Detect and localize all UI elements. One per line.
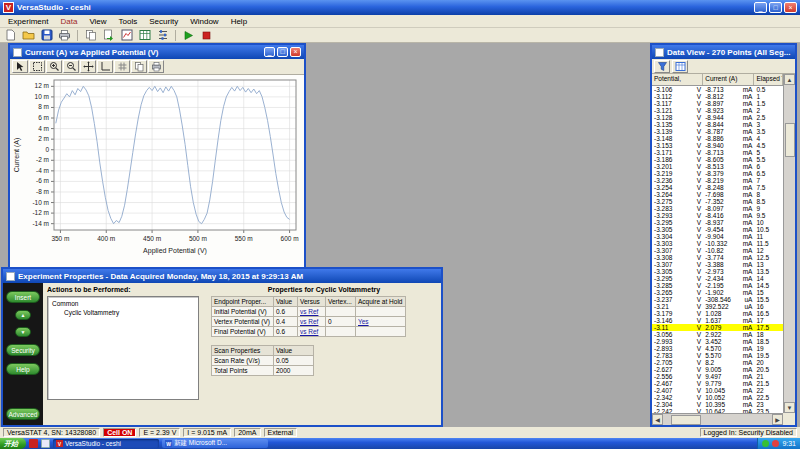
scrollbar-thumb[interactable] xyxy=(785,123,795,157)
prop-cell[interactable]: Yes xyxy=(356,317,406,327)
copy-icon[interactable] xyxy=(131,60,147,73)
menu-view[interactable]: View xyxy=(83,16,112,27)
table-row[interactable]: -3.128V-8.944mA2.5 xyxy=(652,114,783,121)
taskbar-task-1[interactable]: W新建 Microsoft D... xyxy=(162,439,268,448)
chart-plot-area[interactable]: 350 m400 m450 m500 m550 m600 m12 m10 m8 … xyxy=(10,75,304,268)
print-button[interactable] xyxy=(56,28,73,42)
tray-shield-icon[interactable] xyxy=(762,440,769,447)
chart-close-button[interactable]: × xyxy=(290,47,301,57)
table-row[interactable]: -3.254V-8.248mA7.5 xyxy=(652,184,783,191)
table-row[interactable]: -3.171V-8.713mA5 xyxy=(652,149,783,156)
table-row[interactable]: -3.304V-9.904mA11 xyxy=(652,233,783,240)
tree-item-cyclic-voltammetry[interactable]: Cyclic Voltammetry xyxy=(50,308,196,317)
table-row[interactable]: -2.556V9.497mA21 xyxy=(652,373,783,380)
column-header-elapsed[interactable]: Elapsed T... xyxy=(754,74,783,85)
scroll-up-icon[interactable]: ▲ xyxy=(784,74,795,85)
new-experiment-button[interactable] xyxy=(2,28,19,42)
chart-window-title-bar[interactable]: Current (A) vs Applied Potential (V) _ □… xyxy=(10,45,304,59)
zoom-box-icon[interactable] xyxy=(29,60,45,73)
table-row[interactable]: -2.342V10.052mA22.5 xyxy=(652,394,783,401)
column-header-potential[interactable]: Potential, xyxy=(652,74,703,85)
column-header-current[interactable]: Current (A) xyxy=(703,74,754,85)
table-row[interactable]: -3.285V-2.195mA14.5 xyxy=(652,282,783,289)
table-row[interactable]: -3.201V-8.513mA6 xyxy=(652,163,783,170)
insert-button[interactable]: Insert xyxy=(6,291,40,303)
table-row[interactable]: -3.305V-9.454mA10.5 xyxy=(652,226,783,233)
table-row[interactable]: -2.467V9.779mA21.5 xyxy=(652,380,783,387)
table-row[interactable]: -3.293V-8.416mA9.5 xyxy=(652,212,783,219)
table-row[interactable]: -3.112V-8.812mA1 xyxy=(652,93,783,100)
menu-help[interactable]: Help xyxy=(225,16,253,27)
table-row[interactable]: -3.056V2.922mA18 xyxy=(652,331,783,338)
stop-button[interactable] xyxy=(198,28,215,42)
menu-tools[interactable]: Tools xyxy=(113,16,144,27)
help-button[interactable]: Help xyxy=(6,363,40,375)
scroll-right-icon[interactable]: ▶ xyxy=(772,414,783,425)
table-row[interactable]: -3.146V1.637mA17 xyxy=(652,317,783,324)
tray-alert-icon[interactable] xyxy=(772,440,779,447)
properties-title-bar[interactable]: Experiment Properties - Data Acquired Mo… xyxy=(3,269,441,283)
menu-window[interactable]: Window xyxy=(184,16,224,27)
minimize-button[interactable]: _ xyxy=(754,2,767,13)
table-row[interactable]: -3.11V2.079mA17.5 xyxy=(652,324,783,331)
table-row[interactable]: -3.153V-8.940mA4.5 xyxy=(652,142,783,149)
table-row[interactable]: -3.179V1.028mA16.5 xyxy=(652,310,783,317)
print-icon[interactable] xyxy=(148,60,164,73)
data-view-button[interactable] xyxy=(136,28,153,42)
vertical-scrollbar[interactable]: ▲ ▼ xyxy=(783,74,795,413)
actions-tree[interactable]: CommonCyclic Voltammetry xyxy=(47,296,199,400)
save-button[interactable] xyxy=(38,28,55,42)
table-row[interactable]: -3.283V-8.097mA9 xyxy=(652,205,783,212)
table-row[interactable]: -3.148V-8.886mA4 xyxy=(652,135,783,142)
scroll-down-icon[interactable]: ▼ xyxy=(784,402,795,413)
table-row[interactable]: -3.307V-3.388mA13 xyxy=(652,261,783,268)
copy-button[interactable] xyxy=(82,28,99,42)
hscrollbar-thumb[interactable] xyxy=(671,415,701,425)
table-row[interactable]: -3.264V-7.698mA8 xyxy=(652,191,783,198)
export-table-icon[interactable] xyxy=(672,60,688,73)
move-down-button[interactable]: ▼ xyxy=(15,327,31,337)
quicklaunch-explorer-icon[interactable] xyxy=(41,439,50,448)
table-row[interactable]: -2.705V8.2mA20 xyxy=(652,359,783,366)
export-button[interactable] xyxy=(100,28,117,42)
table-row[interactable]: -3.121V-8.923mA2 xyxy=(652,107,783,114)
zoom-out-icon[interactable] xyxy=(63,60,79,73)
table-row[interactable]: -3.219V-8.379mA6.5 xyxy=(652,170,783,177)
open-button[interactable] xyxy=(20,28,37,42)
menu-data[interactable]: Data xyxy=(54,16,83,27)
tree-item-common[interactable]: Common xyxy=(50,299,196,308)
table-row[interactable]: -3.21V392.522uA16 xyxy=(652,303,783,310)
table-row[interactable]: -3.117V-8.897mA1.5 xyxy=(652,100,783,107)
table-row[interactable]: -3.303V-10.332mA11.5 xyxy=(652,240,783,247)
graph-view-button[interactable] xyxy=(118,28,135,42)
table-row[interactable]: -3.135V-8.844mA3 xyxy=(652,121,783,128)
table-row[interactable]: -3.186V-8.605mA5.5 xyxy=(652,156,783,163)
table-row[interactable]: -2.407V10.045mA22 xyxy=(652,387,783,394)
advanced-button[interactable]: Advanced xyxy=(6,408,40,420)
table-row[interactable]: -3.308V-3.774mA12.5 xyxy=(652,254,783,261)
table-row[interactable]: -2.783V5.570mA19.5 xyxy=(652,352,783,359)
table-row[interactable]: -3.237V-308.546uA15.5 xyxy=(652,296,783,303)
run-button[interactable] xyxy=(180,28,197,42)
grid-icon[interactable] xyxy=(114,60,130,73)
table-row[interactable]: -3.106V-8.713mA0.5 xyxy=(652,86,783,93)
zoom-in-icon[interactable] xyxy=(46,60,62,73)
move-up-button[interactable]: ▲ xyxy=(15,310,31,320)
data-view-title-bar[interactable]: Data View - 270 Points (All Seg... xyxy=(652,45,795,59)
prop-cell[interactable]: vs Ref xyxy=(298,307,326,317)
table-row[interactable]: -3.139V-8.787mA3.5 xyxy=(652,128,783,135)
taskbar-task-0[interactable]: VVersaStudio - ceshi xyxy=(53,439,159,448)
main-title-bar[interactable]: V VersaStudio - ceshi _ □ × xyxy=(0,0,800,15)
table-row[interactable]: -2.304V10.395mA23 xyxy=(652,401,783,408)
maximize-button[interactable]: □ xyxy=(769,2,782,13)
chart-minimize-button[interactable]: _ xyxy=(264,47,275,57)
pointer-icon[interactable] xyxy=(12,60,28,73)
chart-maximize-button[interactable]: □ xyxy=(277,47,288,57)
table-row[interactable]: -3.236V-8.219mA7 xyxy=(652,177,783,184)
menu-experiment[interactable]: Experiment xyxy=(2,16,54,27)
table-row[interactable]: -2.993V3.452mA18.5 xyxy=(652,338,783,345)
axes-icon[interactable] xyxy=(97,60,113,73)
filter-icon[interactable] xyxy=(654,60,670,73)
table-row[interactable]: -3.295V-2.434mA14 xyxy=(652,275,783,282)
quicklaunch-versastudio-icon[interactable] xyxy=(29,439,38,448)
